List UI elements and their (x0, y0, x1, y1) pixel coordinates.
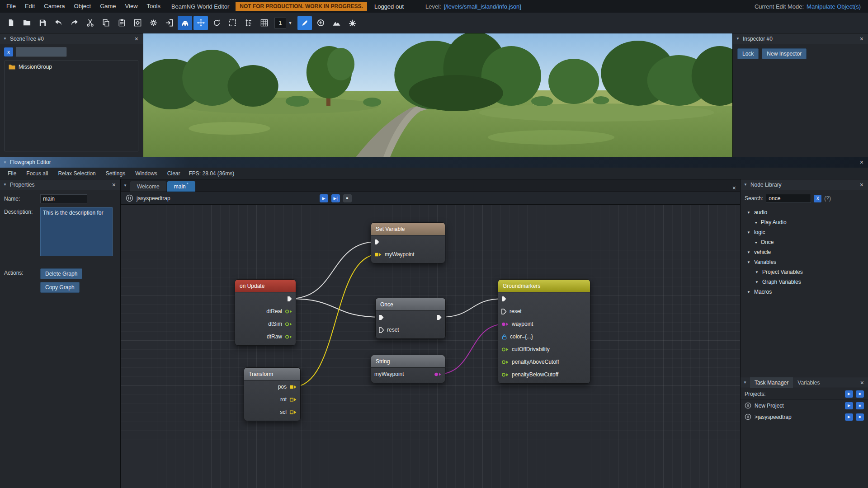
settings-gear-icon[interactable] (146, 16, 160, 30)
flowgraph-menu-relax-selection[interactable]: Relax Selection (53, 168, 100, 179)
viewport-3d[interactable] (143, 33, 732, 157)
translate-icon[interactable] (193, 16, 208, 30)
copy-icon[interactable] (99, 16, 113, 30)
vehicle-icon[interactable] (178, 16, 192, 30)
pin-circle-out[interactable] (285, 334, 292, 339)
expand-triangle-icon[interactable]: ▼ (755, 270, 759, 274)
scale-icon[interactable] (241, 16, 255, 30)
play-all-button[interactable]: ▶ (845, 390, 853, 398)
node-once[interactable]: Oncereset (375, 298, 446, 339)
draw-pencil-icon[interactable] (297, 16, 312, 30)
expand-triangle-icon[interactable]: ▼ (747, 230, 750, 235)
graph-name-input[interactable] (40, 194, 87, 203)
play-button[interactable]: ▶ (845, 402, 853, 409)
play-button[interactable]: ▶ (845, 413, 853, 421)
level-path-link[interactable]: [/levels/small_island/info.json] (444, 3, 521, 10)
pin-circle[interactable] (501, 322, 509, 327)
menu-object[interactable]: Object (70, 0, 96, 13)
wire[interactable] (290, 299, 382, 317)
expand-triangle-icon[interactable]: ▼ (747, 260, 750, 264)
snap-value[interactable]: 1 (274, 18, 286, 28)
menu-game[interactable]: Game (95, 0, 120, 13)
collapse-icon[interactable]: ▼ (743, 380, 747, 385)
paste-icon[interactable] (114, 16, 129, 30)
chevron-down-icon[interactable]: ▼ (286, 18, 294, 28)
library-item-audio[interactable]: ▼audio (741, 207, 868, 217)
collapse-icon[interactable]: ▼ (736, 37, 740, 41)
menu-camera[interactable]: Camera (39, 0, 69, 13)
pin-exec-outline[interactable] (379, 327, 384, 333)
play-button[interactable]: ▶ (320, 194, 328, 202)
add-circle-icon[interactable] (313, 16, 328, 30)
undo-icon[interactable] (51, 16, 66, 30)
pin-circle-out[interactable] (501, 372, 509, 377)
pin-circle[interactable] (434, 372, 442, 377)
collapse-icon[interactable]: ▼ (744, 183, 747, 187)
scenetree-item-missiongroup[interactable]: MissionGroup (5, 61, 138, 73)
scenetree-filter-input[interactable] (16, 47, 66, 56)
task-manager-tab-task-manager[interactable]: Task Manager (750, 377, 793, 388)
rotate-icon[interactable] (209, 16, 224, 30)
edit-mode-value[interactable]: Manipulate Object(s) (807, 3, 861, 10)
pin-square-outline[interactable] (289, 397, 297, 402)
region-select-icon[interactable] (225, 16, 240, 30)
stop-button[interactable]: ■ (343, 194, 352, 202)
library-item-play-audio[interactable]: ●Play Audio (741, 217, 868, 227)
copy-graph-button[interactable]: Copy Graph (40, 282, 80, 293)
pin-exec[interactable] (437, 314, 442, 320)
pin-lock[interactable] (501, 334, 507, 340)
node-set-variable[interactable]: Set VariablemyWaypoint (371, 222, 445, 263)
clear-search-button[interactable]: X (814, 195, 821, 202)
menu-tools[interactable]: Tools (142, 0, 165, 13)
wire[interactable] (438, 324, 505, 374)
pin-circle-out[interactable] (285, 309, 292, 314)
flowgraph-menu-focus-all[interactable]: Focus all (21, 168, 53, 179)
login-status[interactable]: Logged out (374, 3, 404, 10)
task-manager-tab-variables[interactable]: Variables (793, 377, 824, 388)
open-folder-icon[interactable] (19, 16, 34, 30)
collapse-icon[interactable]: ▼ (3, 160, 7, 164)
menu-edit[interactable]: Edit (20, 0, 39, 13)
library-search-input[interactable] (766, 194, 811, 203)
library-item-vehicle[interactable]: ▼vehicle (741, 247, 868, 257)
flowgraph-menu-settings[interactable]: Settings (101, 168, 130, 179)
library-item-project-variables[interactable]: ▼Project Variables (741, 267, 868, 277)
wire[interactable] (439, 299, 504, 317)
new-inspector-button[interactable]: New Inspector (762, 48, 807, 59)
library-item-graph-variables[interactable]: ▼Graph Variables (741, 277, 868, 287)
close-icon[interactable]: × (859, 159, 865, 166)
expand-triangle-icon[interactable]: ▼ (747, 211, 750, 215)
flowgraph-menu-file[interactable]: File (3, 168, 21, 179)
menu-file[interactable]: File (2, 0, 20, 13)
stop-all-button[interactable]: ■ (856, 390, 864, 398)
expand-triangle-icon[interactable]: ▼ (747, 290, 750, 294)
delete-graph-button[interactable]: Delete Graph (40, 268, 82, 279)
expand-triangle-icon[interactable]: ▼ (747, 250, 750, 254)
pin-circle-out[interactable] (501, 360, 509, 365)
flowgraph-canvas[interactable]: Set VariablemyWaypointon UpdatedtRealdtS… (121, 205, 740, 488)
clear-filter-button[interactable]: x (4, 47, 13, 56)
node-on-update[interactable]: on UpdatedtRealdtSimdtRaw (235, 279, 296, 346)
tab-welcome[interactable]: Welcome (130, 181, 166, 192)
pin-square[interactable] (374, 252, 382, 257)
pin-square[interactable] (289, 385, 297, 389)
close-icon[interactable]: × (859, 181, 865, 188)
pin-exec-outline[interactable] (501, 309, 507, 314)
wire[interactable] (290, 242, 377, 299)
pin-exec[interactable] (501, 296, 507, 302)
terrain-icon[interactable] (329, 16, 344, 30)
library-item-once[interactable]: ●Once (741, 237, 868, 247)
bug-icon[interactable] (345, 16, 359, 30)
close-icon[interactable]: × (859, 379, 865, 386)
collapse-icon[interactable]: ▼ (123, 183, 127, 188)
save-icon[interactable] (35, 16, 50, 30)
close-icon[interactable]: × (731, 184, 737, 192)
collapse-icon[interactable]: ▼ (3, 37, 7, 41)
close-icon[interactable]: × (133, 35, 140, 42)
pin-exec[interactable] (379, 314, 384, 320)
object-settings-icon[interactable] (130, 16, 145, 30)
step-button[interactable]: ▶| (331, 194, 340, 202)
redo-icon[interactable] (67, 16, 81, 30)
lock-button[interactable]: Lock (737, 48, 759, 59)
stop-button[interactable]: ■ (856, 402, 864, 409)
